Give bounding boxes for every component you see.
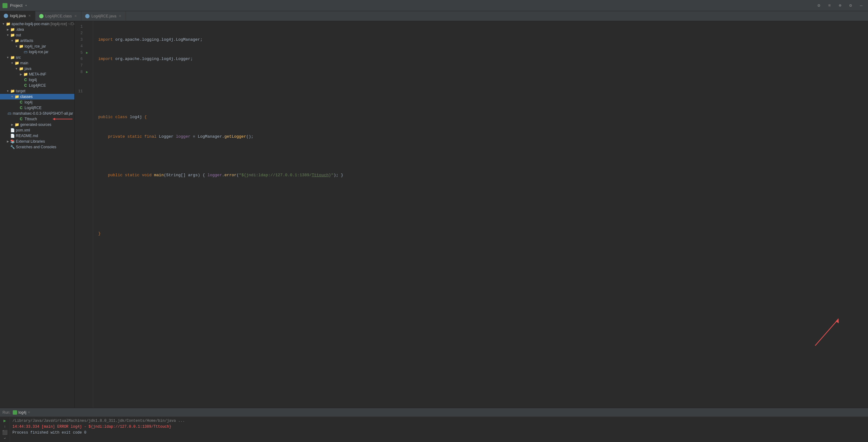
- tree-out[interactable]: ▼ 📁 out: [0, 32, 74, 38]
- tree-src[interactable]: ▼ 📁 src: [0, 55, 74, 60]
- gutter-row-9: [74, 75, 93, 82]
- marshalsec-label: marshalsec-0.0.3-SNAPSHOT-all.jar: [13, 111, 73, 116]
- tree-meta-inf[interactable]: ▶ 📁 META-INF: [0, 71, 74, 77]
- target-label: target: [16, 89, 26, 93]
- tree-artifacts[interactable]: ▼ 📁 artifacts: [0, 38, 74, 43]
- code-line-5: public class log4j {: [98, 114, 863, 121]
- tree-readme[interactable]: ▶ 📄 README.md: [0, 133, 74, 138]
- gutter-row-1: 1: [74, 24, 93, 30]
- tree-pom-xml[interactable]: ▶ 📄 pom.xml: [0, 127, 74, 133]
- tree-marshalsec[interactable]: ▶ 🗃 marshalsec-0.0.3-SNAPSHOT-all.jar: [0, 110, 74, 116]
- run-label: Run:: [2, 410, 10, 415]
- tree-tttouch[interactable]: ▶ C Tttouch: [0, 116, 74, 122]
- idea-arrow: ▶: [6, 28, 10, 31]
- pom-icon: 📄: [10, 128, 15, 132]
- tab-close-log4j[interactable]: ✕: [28, 14, 31, 18]
- svg-marker-3: [53, 118, 55, 120]
- tab-log4jrce-class[interactable]: Log4jRCE.class ✕: [35, 11, 82, 21]
- ext-libs-icon: 📚: [10, 139, 15, 144]
- run-tab-close[interactable]: ✕: [28, 411, 30, 414]
- list-btn[interactable]: ≡: [825, 1, 834, 10]
- meta-icon: 📁: [23, 72, 28, 76]
- code-editor[interactable]: 1 2 3 4 5 ▶: [74, 21, 868, 408]
- java-arrow: ▼: [14, 67, 19, 70]
- code-content[interactable]: import org.apache.logging.log4j.LogManag…: [93, 21, 868, 408]
- tree-scratches[interactable]: ▶ 🔧 Scratches and Consoles: [0, 144, 74, 150]
- log4jrce-src-icon: C: [23, 83, 28, 88]
- red-arrow-tab: [14, 11, 21, 12]
- run-gutter-icon-5[interactable]: ▶: [85, 51, 90, 55]
- log4jrce-src-label: Log4jRCE: [29, 83, 46, 88]
- minimize-btn[interactable]: —: [857, 1, 866, 10]
- tree-log4jrce-target[interactable]: ▶ C Log4jRCE: [0, 105, 74, 110]
- target-icon: 📁: [10, 89, 15, 93]
- tree-log4j-rce-jar-folder[interactable]: ▼ 📁 log4j_rce_jar: [0, 43, 74, 49]
- code-line-11: }: [98, 231, 863, 237]
- code-line-1: import org.apache.logging.log4j.LogManag…: [98, 37, 863, 43]
- tree-generated-sources[interactable]: ▶ 📁 generated-sources: [0, 122, 74, 127]
- code-line-10: [98, 211, 863, 218]
- meta-label: META-INF: [29, 72, 46, 76]
- tab-label-log4j: log4j.java: [10, 14, 26, 18]
- run-tab-log4j[interactable]: log4j ✕: [13, 410, 30, 415]
- code-line-8: public static void main(String[] args) {…: [98, 172, 863, 179]
- run-line-2: 14:44:33.334 [main] ERROR log4j - ${jndi…: [12, 424, 866, 430]
- log4j-src-label: log4j: [29, 78, 37, 82]
- gutter-row-3: 3: [74, 37, 93, 43]
- settings-btn[interactable]: ⚙: [814, 1, 823, 10]
- tree-target[interactable]: ▼ 📁 target: [0, 88, 74, 94]
- tree-classes[interactable]: ▼ 📁 classes: [0, 94, 74, 99]
- tree-main[interactable]: ▼ 📁 main: [0, 60, 74, 66]
- tree-root[interactable]: ▼ 📁 apache-log4j-poc-main [log4j-rce] ~/…: [0, 21, 74, 27]
- gen-sources-arrow: ▶: [10, 123, 14, 126]
- log4j-src-icon: C: [23, 78, 28, 82]
- meta-arrow: ▶: [19, 73, 23, 76]
- run-down-btn[interactable]: ↓: [1, 424, 9, 429]
- gutter: 1 2 3 4 5 ▶: [74, 21, 93, 408]
- tab-log4jrce-java[interactable]: Log4jRCE.java ✕: [82, 11, 126, 21]
- tab-close-rce-java[interactable]: ✕: [118, 14, 122, 18]
- config-btn[interactable]: ⚙: [846, 1, 855, 10]
- jar-file-icon: 🗃: [23, 50, 28, 54]
- code-line-7: [98, 153, 863, 159]
- tree-external-libs[interactable]: ▶ 📚 External Libraries: [0, 138, 74, 144]
- tab-log4j-java[interactable]: log4j.java ✕: [0, 11, 35, 21]
- tab-icon-rce-java: [85, 14, 90, 18]
- plus-btn[interactable]: ⊕: [836, 1, 844, 10]
- tree-idea[interactable]: ▶ 📁 .idea: [0, 27, 74, 32]
- tree-log4j-src[interactable]: ▶ C log4j: [0, 77, 74, 83]
- out-arrow: ▼: [6, 34, 10, 37]
- run-line-4: Process finished with exit code 0: [12, 430, 866, 436]
- tree-log4j-target[interactable]: ▶ C log4j: [0, 99, 74, 105]
- run-stop-btn[interactable]: ⬛: [1, 430, 9, 435]
- code-line-3: [98, 75, 863, 82]
- idea-label: .idea: [16, 27, 24, 32]
- scratches-label: Scratches and Consoles: [16, 145, 56, 149]
- tab-close-rce-class[interactable]: ✕: [74, 14, 78, 18]
- run-tab-icon: [13, 410, 17, 415]
- project-dropdown-arrow[interactable]: ▾: [25, 3, 27, 7]
- tree-log4jrce-src[interactable]: ▶ C Log4jRCE: [0, 83, 74, 88]
- tab-icon-rce-class: [39, 14, 43, 18]
- tttouch-icon: C: [19, 117, 24, 121]
- gutter-row-7: 7: [74, 62, 93, 69]
- java-icon: 📁: [19, 66, 24, 71]
- marshalsec-icon: 🗃: [7, 111, 12, 116]
- classes-arrow: ▼: [10, 95, 14, 98]
- artifacts-icon: 📁: [14, 38, 19, 43]
- tree-log4j-rce-jar[interactable]: ▶ 🗃 log4j-rce.jar: [0, 49, 74, 55]
- tab-label-rce-class: Log4jRCE.class: [45, 14, 72, 18]
- jar-folder-icon: 📁: [19, 44, 24, 49]
- tree-java[interactable]: ▼ 📁 java: [0, 66, 74, 71]
- tab-bar: log4j.java ✕ Log4jRCE.class ✕ Log4jRCE.j…: [0, 11, 868, 21]
- run-content: /Library/Java/JavaVirtualMachines/jdk1.8…: [10, 417, 868, 442]
- run-gutter-icon-8[interactable]: ▶: [85, 70, 90, 74]
- src-icon: 📁: [10, 55, 15, 60]
- tab-label-rce-java: Log4jRCE.java: [91, 14, 116, 18]
- run-play-btn[interactable]: ▶: [1, 418, 9, 423]
- run-wrap-btn[interactable]: ↩: [1, 436, 9, 441]
- log4j-target-icon: C: [19, 100, 24, 104]
- root-label: apache-log4j-poc-main [log4j-rce] ~/Down…: [11, 22, 74, 26]
- run-panel: Run: log4j ✕ ▶ ↓ ⬛ ↩ /Library/Java/JavaV…: [0, 408, 868, 442]
- run-header: Run: log4j ✕: [0, 408, 868, 417]
